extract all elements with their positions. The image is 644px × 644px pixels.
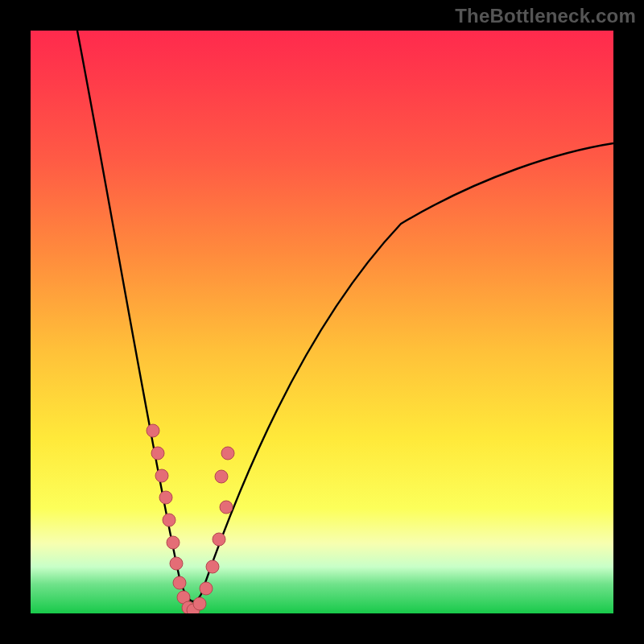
watermark-text: TheBottleneck.com [455, 5, 636, 27]
data-marker [215, 470, 228, 483]
data-marker [220, 501, 233, 514]
data-marker [221, 447, 234, 460]
data-marker [151, 447, 164, 460]
data-marker [163, 514, 175, 526]
chart-frame [31, 31, 613, 613]
bottleneck-curve-svg [31, 31, 613, 613]
data-marker [206, 560, 219, 573]
data-markers-group [147, 424, 234, 613]
data-marker [155, 469, 168, 482]
data-marker [167, 536, 180, 549]
data-marker [173, 576, 186, 589]
data-marker [213, 533, 225, 546]
data-marker [159, 491, 172, 504]
data-marker [200, 582, 213, 595]
bottleneck-curve-path [77, 31, 613, 601]
data-marker [147, 424, 159, 437]
data-marker [170, 557, 183, 570]
data-marker [193, 597, 206, 610]
